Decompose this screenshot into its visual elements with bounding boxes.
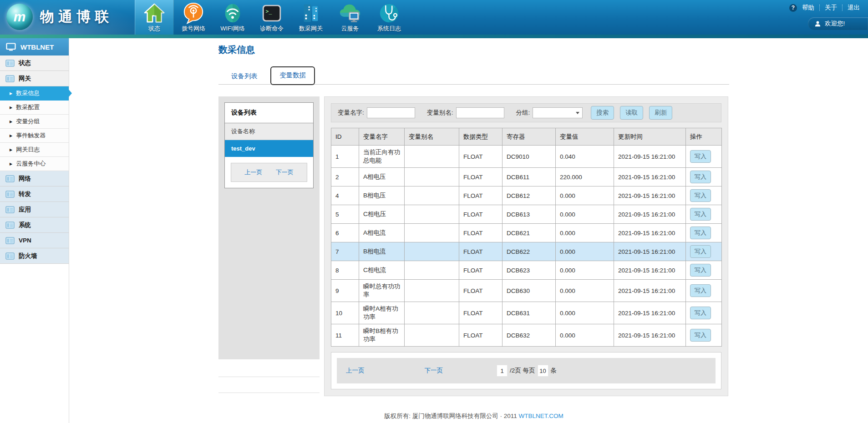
- variable-alias-input[interactable]: [456, 107, 504, 118]
- table-row[interactable]: 11瞬时B相有功功率FLOATDCB6320.0002021-09-15 16:…: [331, 324, 722, 347]
- help-icon: ?: [789, 4, 797, 12]
- cell-action: 写入: [686, 280, 722, 302]
- write-button[interactable]: 写入: [690, 245, 711, 258]
- sidebar-item-forwarding[interactable]: 转发: [0, 186, 69, 202]
- write-button[interactable]: 写入: [690, 329, 711, 342]
- sidebar-item-gateway[interactable]: 网关: [0, 71, 69, 86]
- write-button[interactable]: 写入: [690, 189, 711, 202]
- cell-time: 2021-09-15 16:21:00: [614, 205, 686, 224]
- table-row[interactable]: 10瞬时A相有功功率FLOATDCB6310.0002021-09-15 16:…: [331, 302, 722, 324]
- device-next-page-link[interactable]: 下一页: [276, 168, 294, 176]
- logout-link[interactable]: 退出: [848, 4, 860, 12]
- sidebar-item-application[interactable]: 应用: [0, 202, 69, 217]
- cell-register: DCB611: [503, 168, 556, 186]
- nav-item-daq-gateway[interactable]: 数采网关: [291, 0, 330, 35]
- cell-name: 瞬时总有功功率: [359, 280, 405, 302]
- device-row-selected[interactable]: test_dev: [225, 140, 313, 157]
- sidebar-item-cloud-center[interactable]: ▶ 云服务中心: [0, 157, 69, 171]
- monitor-icon: [6, 43, 16, 51]
- sidebar-item-event-trigger[interactable]: ▶ 事件触发器: [0, 129, 69, 143]
- nav-item-diagnostic-command[interactable]: >_ 诊断命令: [252, 0, 291, 35]
- cell-id: 1: [331, 146, 359, 168]
- sidebar: WTBLNET 状态 网关 ▶ 数采信息 ▶ 数采配置 ▶ 变量分组 ▶ 事件触…: [0, 38, 69, 423]
- navbar-bottom-strip: [0, 35, 868, 38]
- divider: [842, 5, 843, 11]
- filter-bar: 变量名字: 变量别名: 分组: 搜索 读取 刷新: [331, 103, 721, 122]
- page-size-input[interactable]: [538, 365, 548, 377]
- cell-alias: [405, 261, 459, 280]
- table-row[interactable]: 2A相电压FLOATDCB611220.0002021-09-15 16:21:…: [331, 168, 722, 186]
- next-page-link[interactable]: 下一页: [425, 367, 443, 375]
- write-button[interactable]: 写入: [690, 264, 711, 277]
- cell-type: FLOAT: [459, 168, 503, 186]
- copyright-text: 版权所有: 厦门物通博联网络科技有限公司 · 2011: [384, 413, 517, 419]
- group-select[interactable]: [533, 107, 583, 118]
- tab-device-list[interactable]: 设备列表: [224, 68, 265, 84]
- navbar-glow-decor: [0, 0, 868, 35]
- grid-icon: [5, 252, 15, 260]
- table-row[interactable]: 9瞬时总有功功率FLOATDCB6300.0002021-09-15 16:21…: [331, 280, 722, 302]
- sidebar-item-gateway-log[interactable]: ▶ 网关日志: [0, 143, 69, 157]
- cell-time: 2021-09-15 16:21:00: [614, 168, 686, 186]
- nav-item-dialup-network[interactable]: 拨号网络: [174, 0, 213, 35]
- table-row[interactable]: 7B相电流FLOATDCB6220.0002021-09-15 16:21:00…: [331, 242, 722, 261]
- cell-name: 瞬时A相有功功率: [359, 302, 405, 324]
- nav-item-status[interactable]: 状态: [135, 0, 174, 35]
- table-row[interactable]: 1当前正向有功总电能FLOATDC90100.0402021-09-15 16:…: [331, 146, 722, 168]
- cell-type: FLOAT: [459, 324, 503, 347]
- cell-name: 瞬时B相有功功率: [359, 324, 405, 347]
- write-button[interactable]: 写入: [690, 171, 711, 183]
- table-row[interactable]: 6A相电流FLOATDCB6210.0002021-09-15 16:21:00…: [331, 224, 722, 242]
- tab-variable-data[interactable]: 变量数据: [270, 66, 315, 85]
- sidebar-item-daq-info[interactable]: ▶ 数采信息: [0, 86, 69, 101]
- welcome-badge[interactable]: 欢迎您!: [808, 17, 868, 30]
- cell-name: C相电流: [359, 261, 405, 280]
- divider: [218, 393, 320, 393]
- refresh-button[interactable]: 刷新: [649, 106, 672, 120]
- sidebar-item-network[interactable]: 网络: [0, 171, 69, 186]
- cell-value: 220.000: [556, 168, 614, 186]
- page-number-input[interactable]: [497, 365, 508, 377]
- cell-value: 0.000: [556, 302, 614, 324]
- sidebar-item-status[interactable]: 状态: [0, 55, 69, 71]
- brand: m 物通博联: [6, 4, 113, 30]
- terminal-icon: >_: [260, 2, 283, 25]
- cell-register: DCB613: [503, 205, 556, 224]
- sidebar-item-system[interactable]: 系统: [0, 217, 69, 233]
- brand-text: 物通博联: [40, 7, 113, 26]
- write-button[interactable]: 写入: [690, 284, 711, 297]
- write-button[interactable]: 写入: [690, 208, 711, 221]
- help-link[interactable]: 帮助: [802, 4, 814, 12]
- wtblnet-link[interactable]: WTBLNET.COM: [519, 413, 563, 419]
- nav-item-wifi-network[interactable]: WIFI网络: [213, 0, 252, 35]
- write-button[interactable]: 写入: [690, 150, 711, 163]
- sidebar-item-vpn[interactable]: VPN: [0, 233, 69, 248]
- cell-name: B相电压: [359, 186, 405, 205]
- cell-id: 2: [331, 168, 359, 186]
- filter-buttons: 搜索 读取 刷新: [591, 106, 672, 120]
- device-list-panel: 设备列表 设备名称 test_dev 上一页 下一页: [218, 96, 320, 359]
- variable-name-input[interactable]: [367, 107, 415, 118]
- sidebar-item-firewall[interactable]: 防火墙: [0, 248, 69, 264]
- device-list-title: 设备列表: [225, 103, 313, 123]
- cell-type: FLOAT: [459, 146, 503, 168]
- table-row[interactable]: 5C相电压FLOATDCB6130.0002021-09-15 16:21:00…: [331, 205, 722, 224]
- sidebar-item-daq-config[interactable]: ▶ 数采配置: [0, 101, 69, 115]
- table-pager-container: 上一页 下一页 /2页 每页 条: [331, 352, 721, 389]
- table-row[interactable]: 4B相电压FLOATDCB6120.0002021-09-15 16:21:00…: [331, 186, 722, 205]
- search-button[interactable]: 搜索: [591, 106, 614, 120]
- cell-action: 写入: [686, 261, 722, 280]
- cell-name: C相电压: [359, 205, 405, 224]
- nav-item-cloud-service[interactable]: 云服务: [330, 0, 370, 35]
- nav-item-system-log[interactable]: 系统日志: [370, 0, 409, 35]
- cell-type: FLOAT: [459, 261, 503, 280]
- about-link[interactable]: 关于: [825, 4, 837, 12]
- write-button[interactable]: 写入: [690, 227, 711, 239]
- table-row[interactable]: 8C相电流FLOATDCB6230.0002021-09-15 16:21:00…: [331, 261, 722, 280]
- write-button[interactable]: 写入: [690, 307, 711, 319]
- sidebar-item-variable-group[interactable]: ▶ 变量分组: [0, 115, 69, 129]
- read-button[interactable]: 读取: [620, 106, 643, 120]
- device-prev-page-link[interactable]: 上一页: [244, 168, 262, 176]
- top-right-links: ? 帮助 关于 退出: [789, 4, 860, 12]
- prev-page-link[interactable]: 上一页: [346, 367, 365, 375]
